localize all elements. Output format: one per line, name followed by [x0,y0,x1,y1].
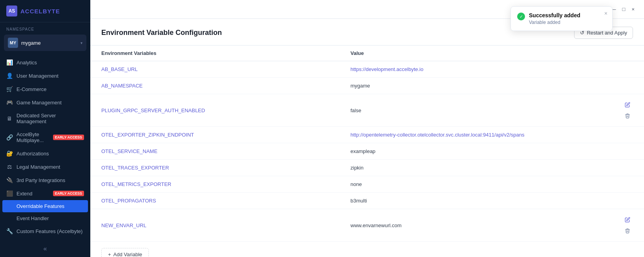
game-icon: 🎮 [6,99,13,106]
sidebar-item-user-management[interactable]: 👤 User Management [0,69,90,82]
env-var-actions [611,61,644,78]
ecommerce-icon: 🛒 [6,86,13,92]
sidebar-item-3rd-party[interactable]: 🔌 3rd Party Integrations [0,173,90,187]
delete-button[interactable] [622,110,633,121]
env-var-value: zipkin [340,160,611,176]
sidebar-subitem-event-handler[interactable]: Event Handler [0,212,90,224]
sidebar-item-custom-features[interactable]: 🔧 Custom Features (Accelbyte) [0,224,90,238]
env-table: Environment Variables Value AB_BASE_URLh… [90,46,644,242]
edit-button[interactable] [622,99,633,110]
sidebar-collapse-button[interactable]: « [0,241,90,257]
sidebar: AS ACCELBYTE NAMESPACE MY mygame ▾ 📊 Ana… [0,0,90,257]
env-var-name: OTEL_METRICS_EXPORTER [90,176,340,193]
env-var-name: OTEL_SERVICE_NAME [90,143,340,160]
table-row: PLUGIN_GRPC_SERVER_AUTH_ENABLEDfalse [90,94,644,127]
sidebar-item-label: Game Management [16,100,84,106]
env-var-name: AB_BASE_URL [90,61,340,78]
sidebar-item-label: Extend [16,191,49,197]
sidebar-item-game-management[interactable]: 🎮 Game Management [0,96,90,109]
close-button[interactable]: × [631,6,635,12]
col-header-env-var: Environment Variables [90,46,340,61]
sidebar-item-dedicated-server[interactable]: 🖥 Dedicated Server Management [0,109,90,128]
env-var-name: OTEL_EXPORTER_ZIPKIN_ENDPOINT [90,127,340,143]
toast-title: Successfully added [529,12,580,18]
maximize-button[interactable]: □ [622,6,626,12]
delete-button[interactable] [622,225,633,236]
analytics-icon: 📊 [6,59,13,66]
custom-icon: 🔧 [6,228,13,234]
integration-icon: 🔌 [6,177,13,183]
sidebar-item-analytics[interactable]: 📊 Analytics [0,56,90,69]
sidebar-item-label: 3rd Party Integrations [16,177,84,183]
table-row: OTEL_METRICS_EXPORTERnone [90,176,644,193]
sidebar-item-extend[interactable]: ⬛ Extend Early Access [0,187,90,200]
env-var-actions [611,193,644,209]
sidebar-item-label: AccelByte Multiplaye... [16,131,49,143]
sidebar-item-accelbyte-multiplayer[interactable]: 🔗 AccelByte Multiplaye... Early Access [0,128,90,147]
sidebar-item-label: Authorizations [16,151,84,157]
sidebar-item-legal-management[interactable]: ⚖ Legal Management [0,160,90,173]
env-var-actions [611,78,644,94]
env-var-value: mygame [340,78,611,94]
env-var-value: b3multi [340,193,611,209]
env-var-name: OTEL_PROPAGATORS [90,193,340,209]
plus-icon: + [108,252,111,257]
subitem-label: Event Handler [16,215,49,221]
sidebar-item-label: Custom Features (Accelbyte) [16,228,84,234]
sidebar-item-label: Legal Management [16,164,84,170]
user-icon: 👤 [6,73,13,79]
logo-area: AS ACCELBYTE [0,0,90,22]
env-var-name: OTEL_TRACES_EXPORTER [90,160,340,176]
toast-close-button[interactable]: × [604,11,607,16]
table-row: OTEL_EXPORTER_ZIPKIN_ENDPOINThttp://open… [90,127,644,143]
toast-notification: ✓ Successfully added Variable added × [510,6,613,31]
table-row: AB_NAMESPACEmygame [90,78,644,94]
col-header-actions [611,46,644,61]
env-var-name: PLUGIN_GRPC_SERVER_AUTH_ENABLED [90,94,340,127]
server-icon: 🖥 [6,115,13,122]
namespace-avatar: MY [8,38,18,48]
auth-icon: 🔐 [6,150,13,157]
sidebar-item-label: E-Commerce [16,86,84,92]
sidebar-item-label: Dedicated Server Management [16,113,84,124]
namespace-selector[interactable]: MY mygame ▾ [4,35,86,51]
logo-icon: AS [6,5,17,16]
toast-content: Successfully added Variable added [529,12,580,25]
namespace-name: mygame [21,40,77,46]
sidebar-item-authorizations[interactable]: 🔐 Authorizations [0,147,90,160]
sidebar-item-label: Analytics [16,60,84,66]
namespace-label: NAMESPACE [0,22,90,33]
early-access-badge: Early Access [53,135,84,140]
sidebar-item-label: User Management [16,73,84,79]
add-variable-button[interactable]: + Add Variable [101,248,149,257]
main-content: ⚙ Platfo — □ × Environment Variable Conf… [90,0,644,257]
table-row: OTEL_TRACES_EXPORTERzipkin [90,160,644,176]
env-var-value: none [340,176,611,193]
env-var-actions [611,160,644,176]
env-var-value: www.envarnewurl.com [340,209,611,242]
table-row: OTEL_SERVICE_NAMEexampleap [90,143,644,160]
maximize-icon: □ [622,6,626,12]
sidebar-item-e-commerce[interactable]: 🛒 E-Commerce [0,82,90,96]
env-var-value: false [340,94,611,127]
close-icon: × [631,6,635,12]
env-var-actions [611,209,644,242]
toast-message: Variable added [529,20,580,25]
extend-early-access-badge: Early Access [53,191,84,196]
env-var-name: NEW_ENVAR_URL [90,209,340,242]
sidebar-subitem-overridable-features[interactable]: Overridable Features [2,200,88,212]
page-title: Environment Variable Configuration [101,29,222,37]
subitem-label: Overridable Features [16,203,64,209]
env-var-actions [611,94,644,127]
add-variable-label: Add Variable [113,252,142,257]
env-var-actions [611,127,644,143]
logo-text: ACCELBYTE [20,8,60,15]
env-var-actions [611,176,644,193]
env-var-name: AB_NAMESPACE [90,78,340,94]
table-row: NEW_ENVAR_URLwww.envarnewurl.com [90,209,644,242]
env-var-actions [611,143,644,160]
legal-icon: ⚖ [6,164,13,170]
col-header-value: Value [340,46,611,61]
edit-button[interactable] [622,214,633,225]
extend-icon: ⬛ [6,190,13,197]
